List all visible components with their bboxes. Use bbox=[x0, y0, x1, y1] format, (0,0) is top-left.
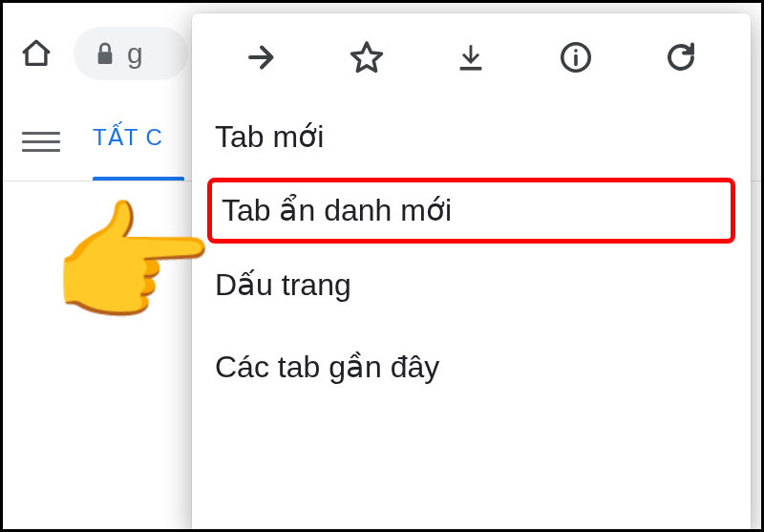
download-button[interactable] bbox=[446, 32, 496, 82]
menu-item-new-tab[interactable]: Tab mới bbox=[192, 96, 751, 178]
bookmark-button[interactable] bbox=[342, 32, 392, 82]
menu-item-label: Dấu trang bbox=[215, 267, 351, 302]
screenshot-frame: g TẤT C bbox=[0, 0, 764, 532]
menu-item-bookmarks[interactable]: Dấu trang bbox=[192, 244, 751, 326]
info-icon bbox=[559, 40, 593, 74]
address-text: g bbox=[127, 37, 143, 70]
svg-point-6 bbox=[574, 49, 578, 53]
overflow-menu: Tab mới Tab ẩn danh mới Dấu trang Các ta… bbox=[192, 13, 751, 532]
home-icon bbox=[20, 37, 53, 70]
address-bar[interactable]: g bbox=[74, 27, 188, 80]
home-button[interactable] bbox=[18, 35, 54, 72]
pointing-hand-icon: 👉 bbox=[49, 198, 216, 331]
download-icon bbox=[455, 41, 487, 74]
hamburger-line bbox=[22, 149, 60, 152]
reload-button[interactable] bbox=[656, 32, 706, 82]
svg-marker-2 bbox=[351, 43, 381, 71]
lock-icon bbox=[95, 41, 116, 66]
tab-all[interactable]: TẤT C bbox=[93, 124, 163, 159]
menu-list: Tab mới Tab ẩn danh mới Dấu trang Các ta… bbox=[192, 92, 751, 413]
star-icon bbox=[349, 39, 385, 75]
svg-rect-3 bbox=[460, 67, 482, 71]
menu-item-label: Tab ẩn danh mới bbox=[222, 193, 452, 227]
forward-button[interactable] bbox=[237, 32, 286, 82]
menu-icon-row bbox=[192, 23, 751, 92]
info-button[interactable] bbox=[551, 32, 601, 82]
reload-icon bbox=[664, 40, 698, 74]
menu-item-recent-tabs[interactable]: Các tab gần đây bbox=[192, 326, 751, 408]
menu-item-new-incognito-tab[interactable]: Tab ẩn danh mới bbox=[207, 178, 735, 243]
menu-item-label: Tab mới bbox=[215, 119, 324, 154]
menu-item-label: Các tab gần đây bbox=[215, 350, 439, 384]
hamburger-line bbox=[22, 140, 60, 143]
arrow-right-icon bbox=[244, 40, 279, 74]
hamburger-line bbox=[22, 132, 60, 135]
hamburger-menu-button[interactable] bbox=[22, 122, 60, 160]
svg-rect-0 bbox=[98, 52, 113, 64]
